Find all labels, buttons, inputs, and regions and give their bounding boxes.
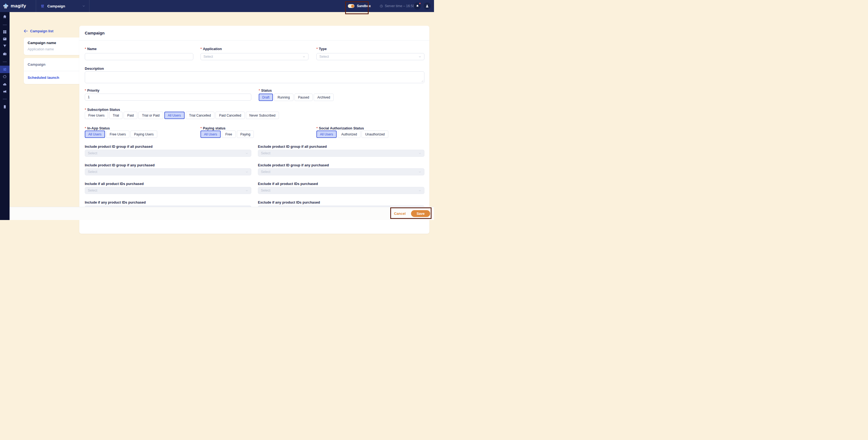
option-running[interactable]: Running	[274, 94, 293, 101]
subscription-status-toggle-group: Free UsersTrialPaidTrial or PaidAll User…	[85, 112, 279, 119]
topbar-menu-label: Campaign	[47, 4, 79, 8]
dashboard-icon	[3, 30, 7, 34]
brand-logo[interactable]: magify	[3, 0, 26, 12]
option-all-users[interactable]: All Users	[200, 130, 221, 138]
cloud-sync-icon	[3, 75, 7, 79]
chevron-down-icon	[245, 171, 248, 174]
sidebar-item-campaign-sliders[interactable]	[0, 66, 9, 73]
exclude-filter-label: Exclude product ID group if any purchase…	[258, 164, 329, 167]
sidebar-item-cloud-sync[interactable]	[0, 73, 9, 80]
nav-item-campaign[interactable]: Campaign	[24, 58, 86, 71]
chevron-down-icon	[418, 55, 422, 58]
required-asterisk: *	[316, 126, 318, 130]
chevron-down-icon	[82, 4, 85, 8]
required-asterisk: *	[200, 126, 202, 130]
sandbox-label: Sandbox	[357, 4, 371, 8]
toggle-knob	[351, 5, 354, 8]
required-asterisk: *	[85, 126, 86, 130]
social-auth-status-label: * Social Authorization Status	[316, 126, 364, 130]
topbar: magify Campaign Sandbox	[0, 0, 434, 12]
option-trial-or-paid[interactable]: Trial or Paid	[138, 112, 163, 119]
option-free-users[interactable]: Free Users	[85, 112, 108, 119]
back-link-label: Campaign list	[30, 29, 53, 33]
news-card-icon	[3, 37, 7, 41]
option-free-users[interactable]: Free Users	[106, 130, 129, 138]
chevron-down-icon	[418, 189, 422, 192]
application-select[interactable]: Select	[200, 53, 308, 60]
back-to-campaign-list-link[interactable]: Campaign list	[24, 29, 53, 33]
in-app-status-toggle-group: All UsersFree UsersPaying Users	[85, 130, 157, 138]
exclude-filter-select: Select	[258, 150, 425, 157]
paying-status-label: * Paying status	[200, 126, 226, 130]
clock-icon	[379, 4, 383, 8]
arrow-left-icon	[24, 29, 28, 33]
filter-icon	[3, 44, 7, 48]
option-trial-cancelled[interactable]: Trial Cancelled	[186, 112, 215, 119]
status-toggle-group: DraftRunningPausedArchived	[259, 94, 334, 101]
option-paying-users[interactable]: Paying Users	[130, 130, 157, 138]
type-select[interactable]: Select	[316, 53, 425, 60]
option-all-users[interactable]: All Users	[164, 112, 185, 119]
server-time: Server time – 16:58	[379, 0, 414, 12]
status-label: * Status	[259, 89, 272, 92]
description-field	[85, 71, 425, 83]
type-label: * Type	[316, 47, 327, 51]
paying-status-toggle-group: All UsersFreePaying	[200, 130, 254, 138]
content-area: Campaign list Campaign name Application …	[9, 12, 434, 220]
server-time-text: Server time – 16:58	[385, 4, 414, 8]
option-archived[interactable]: Archived	[314, 94, 334, 101]
option-never-subscribed[interactable]: Never Subscribed	[246, 112, 279, 119]
required-asterisk: *	[316, 47, 318, 51]
sidebar-item-home[interactable]	[0, 13, 9, 20]
option-paid-cancelled[interactable]: Paid Cancelled	[216, 112, 245, 119]
sidebar-divider	[3, 99, 7, 99]
notification-badge	[419, 2, 421, 5]
include-filter-label: Include if all product IDs purchased	[85, 182, 144, 186]
save-button[interactable]: Save	[411, 210, 430, 217]
option-all-users[interactable]: All Users	[85, 130, 105, 138]
user-avatar-button[interactable]	[424, 2, 431, 9]
notifications-button[interactable]	[414, 2, 421, 9]
required-asterisk: *	[85, 47, 86, 51]
application-name-placeholder: Application name	[28, 47, 82, 51]
option-free[interactable]: Free	[222, 130, 236, 138]
nav-item-scheduled-launch[interactable]: Scheduled launch	[24, 71, 86, 84]
sidebar-item-dashboard[interactable]	[0, 28, 9, 35]
sidebar-item-megaphone[interactable]	[0, 88, 9, 95]
option-draft[interactable]: Draft	[259, 94, 273, 101]
campaign-name-card[interactable]: Campaign name Application name	[24, 37, 86, 55]
chevron-down-icon	[418, 152, 422, 155]
description-label: Description	[85, 67, 104, 70]
option-paid[interactable]: Paid	[124, 112, 137, 119]
option-authorized[interactable]: Authorized	[338, 130, 361, 138]
form-section-nav-card: Campaign Scheduled launch	[24, 58, 86, 84]
required-asterisk: *	[259, 89, 260, 92]
sandbox-toggle[interactable]	[348, 4, 354, 8]
option-unauthorized[interactable]: Unauthorized	[362, 130, 388, 138]
priority-label: * Priority	[85, 89, 99, 92]
topbar-campaign-menu[interactable]: Campaign	[36, 0, 89, 12]
option-all-users[interactable]: All Users	[316, 130, 337, 138]
sidebar-item-briefcase[interactable]	[0, 50, 9, 57]
sidebar-item-news-card[interactable]	[0, 35, 9, 42]
brand-name: magify	[11, 3, 26, 9]
subscription-status-label: * Subscription Status	[85, 108, 120, 112]
sidebar-item-mobile-device[interactable]	[0, 103, 9, 110]
mobile-device-icon	[3, 105, 7, 109]
option-paused[interactable]: Paused	[294, 94, 313, 101]
name-input[interactable]	[85, 53, 193, 60]
priority-input[interactable]	[85, 94, 251, 101]
chevron-down-icon	[245, 152, 248, 155]
sidebar-divider	[3, 62, 7, 62]
required-asterisk: *	[85, 89, 86, 92]
home-icon	[3, 14, 7, 19]
sidebar-item-filter[interactable]	[0, 42, 9, 50]
option-paying[interactable]: Paying	[237, 130, 254, 138]
description-textarea[interactable]	[85, 72, 424, 83]
cancel-button[interactable]: Cancel	[392, 207, 407, 220]
name-label: * Name	[85, 47, 96, 51]
sidebar-item-cloud-more[interactable]	[0, 81, 9, 88]
option-trial[interactable]: Trial	[109, 112, 123, 119]
chevron-down-icon	[303, 55, 306, 58]
sidebar	[0, 12, 9, 220]
